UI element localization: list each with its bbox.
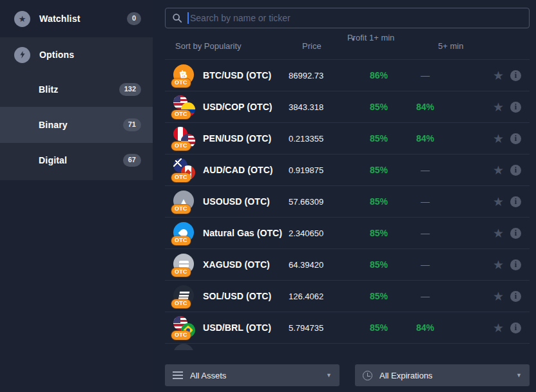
profit-value: 85% [350, 291, 407, 301]
asset-price: 5.794735 [289, 323, 350, 333]
asset-panel: Sort by Popularity Price Profit 1+ min▼ … [165, 0, 530, 392]
chevron-down-icon: ▼ [516, 372, 522, 378]
info-icon[interactable]: i [510, 259, 521, 270]
table-row[interactable]: OTC AUD/CAD (OTC) 0.919875 85% — ★ i [165, 154, 530, 186]
asset-icon-sol: OTC [173, 285, 195, 308]
asset-price: 2.340650 [289, 229, 350, 238]
sort-arrow-icon: ▼ [350, 37, 356, 42]
info-icon[interactable]: i [510, 196, 521, 207]
filter-bar: All Assets ▼ All Expirations ▼ [165, 364, 530, 386]
asset-price: 86992.73 [289, 71, 350, 80]
otc-badge: OTC [171, 79, 191, 88]
otc-badge: OTC [171, 331, 191, 340]
next-row-peek [173, 344, 195, 350]
asset-list: ฿ OTC BTC/USD (OTC) 86992.73 86% — ★ i O… [165, 59, 530, 344]
search-input[interactable] [190, 13, 522, 23]
options-label: Options [39, 50, 74, 60]
info-icon[interactable]: i [510, 165, 521, 176]
favorite-star-icon[interactable]: ★ [493, 164, 504, 176]
blitz-label: Blitz [39, 84, 59, 95]
sidebar-item-options[interactable]: Options [0, 37, 153, 72]
table-row[interactable]: OTC USD/BRL (OTC) 5.794735 85% 84% ★ i [165, 312, 530, 344]
all-expirations-dropdown[interactable]: All Expirations ▼ [355, 364, 530, 386]
profit-value: 85% [350, 133, 407, 144]
fivemin-value: — [407, 291, 443, 301]
asset-price: 57.66309 [289, 197, 350, 207]
favorite-star-icon[interactable]: ★ [493, 196, 504, 208]
watchlist-count-badge: 0 [127, 12, 141, 24]
asset-icon-natural-gas: OTC [173, 221, 195, 245]
search-box[interactable] [165, 8, 530, 28]
chevron-down-icon: ▼ [326, 372, 332, 378]
favorite-star-icon[interactable]: ★ [493, 290, 504, 303]
info-icon[interactable]: i [510, 70, 521, 81]
profit-value: 85% [350, 102, 407, 112]
clock-icon [363, 371, 372, 380]
asset-name: XAGUSD (OTC) [203, 259, 270, 270]
watchlist-star-icon: ★ [14, 11, 30, 27]
blitz-count-badge: 132 [119, 83, 141, 95]
sidebar-item-blitz[interactable]: Blitz 132 [0, 72, 153, 107]
fivemin-value: 84% [407, 102, 443, 112]
fivemin-value: — [407, 259, 443, 270]
options-bolt-icon [14, 47, 30, 63]
table-row[interactable]: ▲ OTC USOUSD (OTC) 57.66309 85% — ★ i [165, 186, 530, 218]
info-icon[interactable]: i [510, 102, 521, 113]
solana-icon [178, 292, 189, 299]
binary-label: Binary [39, 120, 68, 130]
sidebar-item-watchlist[interactable]: ★ Watchlist 0 [0, 0, 153, 37]
asset-price: 126.4062 [289, 292, 350, 301]
fivemin-header: 5+ min [438, 41, 463, 51]
asset-icon-usd-brl: OTC [173, 316, 195, 339]
sidebar-item-digital[interactable]: Digital 67 [0, 143, 153, 178]
favorite-star-icon[interactable]: ★ [493, 227, 504, 239]
options-group: Options Blitz 132 Binary 71 Digital 67 [0, 37, 153, 180]
asset-icon-usd-cop: OTC [173, 95, 195, 118]
sort-by-popularity[interactable]: Sort by Popularity [175, 41, 242, 51]
table-header: Sort by Popularity Price Profit 1+ min▼ … [165, 28, 530, 59]
asset-name: AUD/CAD (OTC) [203, 165, 273, 175]
table-row[interactable]: OTC Natural Gas (OTC) 2.340650 85% — ★ i [165, 218, 530, 249]
favorite-star-icon[interactable]: ★ [493, 322, 504, 334]
all-expirations-label: All Expirations [379, 371, 432, 380]
asset-icon-aud-cad: OTC [173, 158, 195, 182]
table-row[interactable]: OTC SOL/USD (OTC) 126.4062 85% — ★ i [165, 281, 530, 312]
asset-price: 0.919875 [289, 165, 350, 175]
asset-name: SOL/USD (OTC) [203, 291, 271, 301]
favorite-star-icon[interactable]: ★ [493, 70, 504, 82]
otc-badge: OTC [171, 236, 191, 245]
table-row[interactable]: OTC PEN/USD (OTC) 0.213355 85% 84% ★ i [165, 123, 530, 154]
sidebar: ★ Watchlist 0 Options Blitz 132 Binary 7… [0, 0, 153, 392]
profit-value: 85% [350, 228, 407, 238]
fivemin-value: — [407, 196, 443, 207]
asset-name: PEN/USD (OTC) [203, 133, 271, 144]
digital-label: Digital [39, 155, 67, 165]
asset-price: 0.213355 [289, 134, 350, 144]
fivemin-value: 84% [407, 322, 443, 333]
all-assets-dropdown[interactable]: All Assets ▼ [165, 364, 340, 386]
favorite-star-icon[interactable]: ★ [493, 101, 504, 113]
favorite-star-icon[interactable]: ★ [493, 259, 504, 271]
otc-badge: OTC [171, 142, 191, 151]
info-icon[interactable]: i [510, 322, 521, 333]
table-row[interactable]: ฿ OTC BTC/USD (OTC) 86992.73 86% — ★ i [165, 60, 530, 91]
table-row[interactable]: OTC USD/COP (OTC) 3843.318 85% 84% ★ i [165, 91, 530, 123]
otc-badge: OTC [171, 110, 191, 119]
sidebar-item-binary[interactable]: Binary 71 [0, 107, 153, 143]
table-row[interactable]: OTC XAGUSD (OTC) 64.39420 85% — ★ i [165, 249, 530, 281]
otc-badge: OTC [171, 205, 191, 214]
otc-badge: OTC [171, 173, 191, 182]
asset-name: USD/BRL (OTC) [203, 322, 271, 333]
fivemin-value: — [407, 70, 443, 80]
info-icon[interactable]: i [510, 291, 521, 302]
binary-count-badge: 71 [123, 118, 141, 131]
profit-value: 85% [350, 322, 407, 333]
asset-icon-pen-usd: OTC [173, 127, 195, 150]
fivemin-value: 84% [407, 133, 443, 144]
info-icon[interactable]: i [510, 133, 521, 144]
search-icon [172, 13, 182, 23]
info-icon[interactable]: i [510, 228, 521, 239]
all-assets-label: All Assets [190, 371, 226, 380]
favorite-star-icon[interactable]: ★ [493, 133, 504, 145]
profit-value: 85% [350, 259, 407, 270]
